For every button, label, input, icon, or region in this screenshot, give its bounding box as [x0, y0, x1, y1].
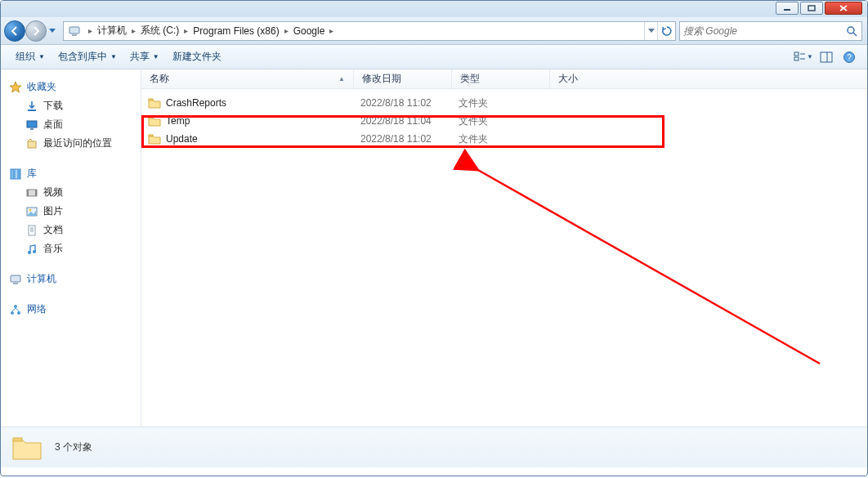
document-icon: [25, 224, 38, 237]
address-bar: ▸ 计算机 ▸ 系统 (C:) ▸ Program Files (x86) ▸ …: [1, 17, 867, 45]
search-icon[interactable]: [845, 25, 858, 38]
svg-rect-21: [15, 169, 18, 179]
table-row[interactable]: Temp 2022/8/18 11:04 文件夹: [141, 112, 867, 130]
picture-icon: [25, 205, 38, 218]
video-icon: [25, 186, 38, 199]
close-button[interactable]: [825, 2, 862, 15]
file-date: 2022/8/18 11:04: [360, 115, 432, 127]
breadcrumb-item-computer[interactable]: 计算机: [96, 24, 128, 38]
file-type: 文件夹: [459, 114, 488, 128]
chevron-down-icon: ▼: [807, 53, 813, 60]
music-icon: [25, 243, 38, 256]
file-name: CrashReports: [166, 97, 226, 109]
nav-back-button[interactable]: [4, 20, 25, 42]
sidebar-video-label: 视频: [43, 185, 63, 199]
preview-pane-button[interactable]: [817, 48, 836, 66]
svg-rect-34: [11, 275, 20, 282]
svg-point-27: [29, 208, 32, 211]
svg-rect-4: [69, 27, 79, 34]
help-button[interactable]: ?: [839, 48, 859, 66]
sidebar-item-desktop[interactable]: 桌面: [1, 115, 141, 134]
svg-line-42: [477, 169, 820, 364]
file-date: 2022/8/18 11:02: [360, 133, 432, 145]
status-object-count: 3 个对象: [55, 440, 92, 454]
nav-forward-button[interactable]: [25, 20, 47, 42]
toolbar-include[interactable]: 包含到库中 ▼: [51, 47, 123, 67]
svg-rect-25: [35, 190, 37, 196]
folder-icon: [11, 431, 43, 464]
sidebar-group-libraries[interactable]: 库: [1, 164, 141, 183]
breadcrumb-item-drive[interactable]: 系统 (C:): [139, 24, 181, 38]
svg-line-7: [853, 33, 857, 36]
svg-rect-18: [30, 128, 34, 130]
title-bar: [1, 1, 867, 17]
toolbar-organize[interactable]: 组织 ▼: [9, 47, 51, 67]
recent-icon: [25, 137, 38, 150]
nav-sidebar: 收藏夹 下载 桌面 最近访问的位置 库: [1, 69, 141, 427]
sidebar-item-pictures[interactable]: 图片: [1, 202, 141, 221]
sidebar-network-label: 网络: [27, 302, 47, 316]
breadcrumb[interactable]: ▸ 计算机 ▸ 系统 (C:) ▸ Program Files (x86) ▸ …: [63, 21, 676, 41]
column-header-name[interactable]: 名称 ▲: [141, 69, 354, 88]
table-row[interactable]: CrashReports 2022/8/18 11:02 文件夹: [141, 94, 867, 112]
sidebar-group-computer[interactable]: 计算机: [1, 270, 141, 288]
sidebar-computer-label: 计算机: [27, 272, 56, 286]
column-headers: 名称 ▲ 修改日期 类型 大小: [141, 69, 867, 89]
sidebar-group-network[interactable]: 网络: [1, 300, 141, 319]
view-mode-button[interactable]: ▼: [794, 48, 813, 66]
status-bar: 3 个对象: [1, 427, 867, 467]
breadcrumb-sep-icon: ▸: [181, 26, 191, 35]
column-header-date[interactable]: 修改日期: [354, 69, 452, 88]
chevron-down-icon: ▼: [38, 53, 45, 60]
sidebar-item-music[interactable]: 音乐: [1, 239, 141, 258]
refresh-icon[interactable]: [657, 22, 675, 40]
file-name: Temp: [166, 115, 190, 127]
svg-rect-9: [794, 57, 799, 60]
breadcrumb-item-google[interactable]: Google: [292, 25, 327, 37]
chevron-down-icon: ▼: [110, 53, 117, 60]
table-row[interactable]: Update 2022/8/18 11:02 文件夹: [141, 130, 867, 148]
sidebar-group-favorites[interactable]: 收藏夹: [1, 78, 141, 96]
sidebar-item-downloads[interactable]: 下载: [1, 96, 141, 115]
toolbar-share-label: 共享: [130, 50, 150, 64]
breadcrumb-dropdown-icon[interactable]: [644, 22, 657, 40]
svg-rect-16: [28, 109, 36, 111]
svg-rect-41: [149, 135, 153, 136]
sidebar-desktop-label: 桌面: [43, 118, 63, 132]
minimize-button[interactable]: [776, 2, 799, 15]
column-size-label: 大小: [558, 72, 578, 86]
sidebar-item-video[interactable]: 视频: [1, 183, 141, 202]
breadcrumb-item-programfiles[interactable]: Program Files (x86): [191, 25, 280, 37]
sidebar-item-recent[interactable]: 最近访问的位置: [1, 134, 141, 153]
nav-history-dropdown[interactable]: [47, 22, 58, 40]
search-box[interactable]: [679, 21, 862, 41]
sidebar-item-documents[interactable]: 文档: [1, 221, 141, 239]
svg-point-36: [11, 311, 14, 315]
svg-rect-35: [13, 283, 18, 284]
sidebar-recent-label: 最近访问的位置: [43, 136, 112, 150]
column-header-size[interactable]: 大小: [550, 69, 648, 88]
breadcrumb-sep-icon: ▸: [326, 26, 337, 35]
folder-icon: [148, 96, 161, 109]
sidebar-music-label: 音乐: [43, 242, 63, 256]
toolbar-include-label: 包含到库中: [58, 50, 107, 64]
svg-rect-8: [794, 52, 799, 56]
column-type-label: 类型: [460, 72, 480, 86]
folder-icon: [148, 132, 161, 145]
svg-point-37: [17, 311, 20, 315]
desktop-icon: [25, 118, 38, 132]
column-header-type[interactable]: 类型: [452, 69, 550, 88]
svg-point-6: [848, 27, 854, 34]
search-input[interactable]: [683, 25, 845, 37]
library-icon: [9, 168, 22, 181]
toolbar-newfolder-label: 新建文件夹: [172, 50, 221, 64]
svg-rect-22: [19, 169, 20, 179]
file-type: 文件夹: [459, 132, 488, 146]
maximize-button[interactable]: [800, 2, 823, 15]
svg-rect-40: [149, 117, 153, 118]
file-type: 文件夹: [459, 96, 488, 110]
toolbar-share[interactable]: 共享 ▼: [123, 47, 166, 67]
content-area: 名称 ▲ 修改日期 类型 大小 CrashReports: [141, 69, 867, 427]
toolbar-newfolder[interactable]: 新建文件夹: [166, 47, 228, 67]
svg-rect-17: [27, 121, 37, 127]
